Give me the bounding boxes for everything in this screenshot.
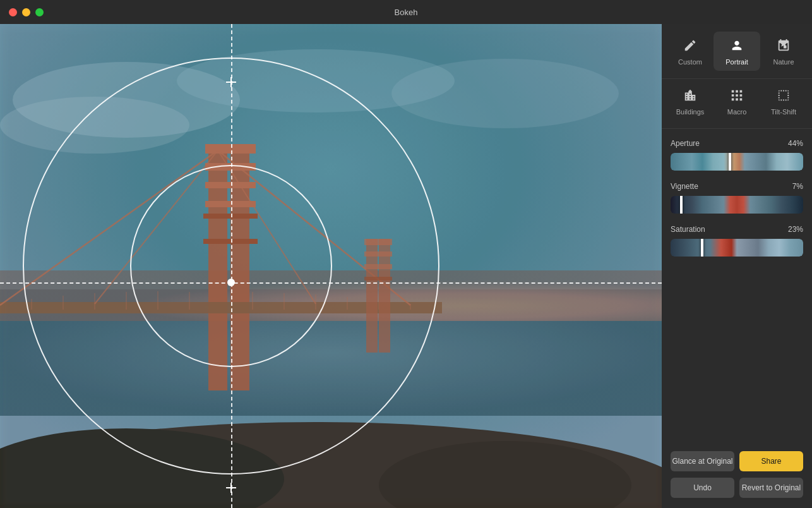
bottom-buttons: Glance at Original Share Undo Revert to …	[662, 441, 812, 508]
vignette-header: Vignette 7%	[671, 182, 803, 191]
nature-icon	[775, 37, 792, 54]
bridge-svg	[0, 24, 662, 508]
macro-icon-svg	[730, 88, 744, 102]
svg-rect-44	[0, 24, 662, 508]
aperture-slider-row: Aperture 44%	[671, 139, 803, 171]
right-panel: Custom Portrait Nature	[662, 24, 812, 508]
mode-selector-row2: Buildings Macro Tilt-Shift	[662, 79, 812, 129]
tilt-shift-icon	[775, 87, 792, 104]
aperture-value: 44%	[788, 139, 803, 148]
aperture-header: Aperture 44%	[671, 139, 803, 148]
minimize-button[interactable]	[22, 8, 30, 16]
portrait-icon-svg	[730, 39, 744, 52]
mode-nature[interactable]: Nature	[760, 32, 807, 71]
macro-icon	[728, 87, 746, 104]
photo-background	[0, 24, 662, 508]
mode-macro[interactable]: Macro	[713, 82, 760, 121]
titlebar: Bokeh	[0, 0, 812, 24]
saturation-header: Saturation 23%	[671, 225, 803, 234]
custom-icon	[681, 37, 699, 54]
saturation-track[interactable]	[671, 239, 803, 257]
mode-portrait[interactable]: Portrait	[713, 32, 760, 71]
buildings-label: Buildings	[676, 108, 705, 116]
aperture-label: Aperture	[671, 139, 700, 148]
nature-icon-svg	[777, 39, 791, 52]
mode-custom[interactable]: Custom	[667, 32, 713, 71]
macro-label: Macro	[727, 108, 747, 116]
sliders-section: Aperture 44% Vignette 7%	[662, 129, 812, 267]
saturation-thumb[interactable]	[701, 239, 703, 257]
glance-button[interactable]: Glance at Original	[671, 451, 734, 471]
portrait-icon	[728, 37, 746, 54]
revert-button[interactable]: Revert to Original	[739, 478, 803, 498]
aperture-track[interactable]	[671, 153, 803, 171]
canvas-area[interactable]	[0, 24, 662, 508]
custom-label: Custom	[678, 58, 702, 66]
aperture-thumb[interactable]	[729, 153, 731, 171]
share-button[interactable]: Share	[739, 451, 803, 471]
vignette-value: 7%	[792, 182, 803, 191]
vignette-track[interactable]	[671, 196, 803, 214]
custom-icon-svg	[683, 39, 697, 52]
close-button[interactable]	[9, 8, 17, 16]
buildings-icon	[681, 87, 699, 104]
mode-buildings[interactable]: Buildings	[667, 82, 713, 121]
saturation-slider-row: Saturation 23%	[671, 225, 803, 257]
vignette-label: Vignette	[671, 182, 698, 191]
mode-tilt-shift[interactable]: Tilt-Shift	[760, 82, 807, 121]
main-content: Custom Portrait Nature	[0, 24, 812, 508]
maximize-button[interactable]	[35, 8, 44, 16]
app-title: Bokeh	[395, 8, 418, 17]
saturation-strip	[671, 239, 803, 257]
mode-selector-row1: Custom Portrait Nature	[662, 24, 812, 79]
aperture-strip	[671, 153, 803, 171]
buildings-icon-svg	[683, 88, 697, 102]
btn-row-top: Glance at Original Share	[671, 451, 803, 471]
btn-row-bottom: Undo Revert to Original	[671, 478, 803, 498]
nature-label: Nature	[773, 58, 794, 66]
titlebar-buttons	[9, 8, 44, 16]
saturation-value: 23%	[788, 225, 803, 234]
undo-button[interactable]: Undo	[671, 478, 734, 498]
vignette-strip	[671, 196, 803, 214]
vignette-slider-row: Vignette 7%	[671, 182, 803, 214]
tilt-shift-icon-svg	[777, 88, 791, 102]
vignette-thumb[interactable]	[680, 196, 683, 214]
portrait-label: Portrait	[725, 58, 748, 66]
saturation-label: Saturation	[671, 225, 705, 234]
tilt-shift-label: Tilt-Shift	[771, 108, 796, 116]
